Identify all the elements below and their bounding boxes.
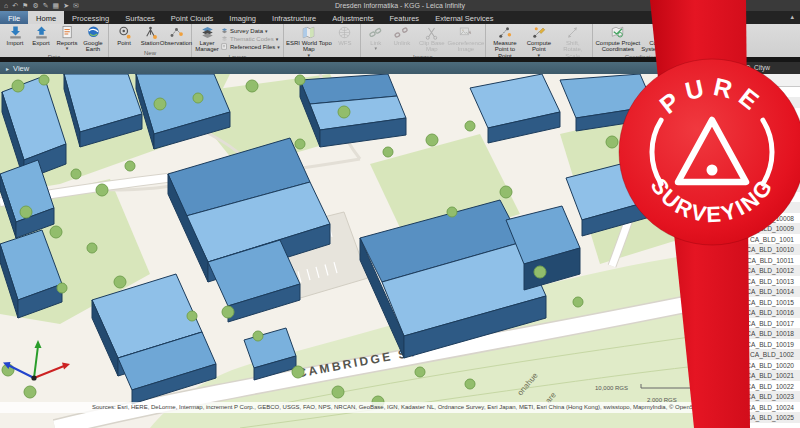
table-row[interactable]: 2013 CA_BLD_10016 bbox=[698, 308, 800, 319]
group-label-new: New bbox=[111, 49, 189, 57]
panel-filter-bar: ⇅ ▼ ▾ bbox=[698, 74, 800, 87]
table-row[interactable]: 2013 CA_BLD_10023 bbox=[698, 392, 800, 403]
link-icon bbox=[368, 25, 383, 40]
tab-features[interactable]: Features bbox=[382, 11, 428, 24]
settings-icon[interactable]: ⚙ bbox=[32, 2, 38, 9]
table-row[interactable]: 2013 CA_BLD_1001 bbox=[698, 234, 800, 245]
cell-building-id: CA_BLD_10008 bbox=[732, 215, 800, 222]
filter-funnel-icon[interactable]: ▼ bbox=[734, 77, 741, 84]
new-observation-button[interactable]: Observation bbox=[163, 25, 189, 46]
compute-project-coordinates-button[interactable]: Compute Project Coordinates bbox=[595, 25, 641, 53]
table-rows: 2013 CA_BLD_10008 2013 CA_BLD_10009 2013… bbox=[698, 213, 800, 423]
cell-year: 2013 bbox=[698, 267, 732, 274]
group-cogo: Measure Point to Point Compute Point ▾ S… bbox=[486, 24, 593, 57]
ribbon: Import Export Reports ▾ Google Earth Dat… bbox=[0, 24, 800, 57]
google-earth-label: Google Earth bbox=[80, 40, 106, 53]
cell-year: 2013 bbox=[698, 320, 732, 327]
new-point-button[interactable]: Point bbox=[111, 25, 137, 46]
table-row[interactable]: 2013 CA_BLD_10022 bbox=[698, 381, 800, 392]
undo-icon[interactable]: ↶ bbox=[12, 2, 18, 9]
google-earth-button[interactable]: Google Earth bbox=[80, 25, 106, 53]
table-row[interactable]: 2013 CA_BLD_10012 bbox=[698, 266, 800, 277]
mail-icon[interactable]: ✉ bbox=[73, 2, 79, 9]
cell-year: 2013 bbox=[698, 362, 732, 369]
cell-building-id: CA_BLD_10025 bbox=[732, 414, 800, 421]
tab-external-services[interactable]: External Services bbox=[427, 11, 501, 24]
cell-building-id: CA_BLD_10019 bbox=[732, 341, 800, 348]
compute-point-icon bbox=[531, 25, 546, 40]
georeference-image-icon bbox=[458, 25, 473, 40]
table-row[interactable]: 2013 CA_BLD_10010 bbox=[698, 245, 800, 256]
grid-icon[interactable]: ▦ bbox=[53, 2, 60, 9]
group-layers: Layer Manager Survey Data▾ Thematic Code… bbox=[192, 24, 284, 57]
cell-building-id: CA_BLD_10022 bbox=[732, 383, 800, 390]
collapse-ribbon-icon[interactable]: ▴ bbox=[790, 13, 794, 21]
tab-surfaces[interactable]: Surfaces bbox=[117, 11, 163, 24]
flag-icon[interactable]: ⚑ bbox=[22, 2, 28, 9]
survey-data-dropdown[interactable]: Survey Data▾ bbox=[221, 27, 280, 34]
coordinate-system-manager-button[interactable]: Coordinate System Manager bbox=[641, 25, 687, 53]
esri-world-topo-map-button[interactable]: ESRI World Topo Map ▾ bbox=[286, 25, 332, 57]
tab-home[interactable]: Home bbox=[28, 11, 64, 24]
table-row[interactable]: 2013 CA_BLD_10015 bbox=[698, 297, 800, 308]
import-button[interactable]: Import bbox=[2, 25, 28, 46]
tab-imaging[interactable]: Imaging bbox=[221, 11, 264, 24]
tab-file[interactable]: File bbox=[0, 11, 28, 24]
table-row[interactable]: 2013 CA_BLD_10021 bbox=[698, 371, 800, 382]
leica-infinity-window: ⌂ ↶ ⚑ ⚙ ✎ ▦ ➤ ✉ Dresden Informatika - KG… bbox=[0, 0, 800, 428]
station-label: Station bbox=[141, 40, 160, 46]
cell-building-id: CA_BLD_10018 bbox=[732, 330, 800, 337]
attribute-table[interactable]: 2013 CA_BLD_10008 2013 CA_BLD_10009 2013… bbox=[698, 87, 800, 428]
tab-infrastructure[interactable]: Infrastructure bbox=[264, 11, 324, 24]
table-row[interactable]: 2013 CA_BLD_10014 bbox=[698, 287, 800, 298]
unlink-label: Unlink bbox=[394, 40, 411, 46]
tab-point-clouds[interactable]: Point Clouds bbox=[163, 11, 222, 24]
thematic-codes-label: Thematic Codes bbox=[230, 36, 274, 42]
measure-point-to-point-button[interactable]: Measure Point to Point bbox=[488, 25, 522, 57]
coordinate-system-manager-icon bbox=[656, 25, 671, 40]
table-row[interactable]: 2013 CA_BLD_10025 bbox=[698, 413, 800, 424]
chevron-down-icon: ▾ bbox=[265, 29, 268, 33]
edit-icon[interactable]: ✎ bbox=[43, 2, 49, 9]
map-attribution: Sources: Esri, HERE, DeLorme, Intermap, … bbox=[0, 402, 697, 413]
tab-processing[interactable]: Processing bbox=[64, 11, 117, 24]
axis-gizmo[interactable] bbox=[3, 340, 70, 381]
table-row[interactable]: 2013 CA_BLD_10019 bbox=[698, 339, 800, 350]
chevron-down-icon: ▾ bbox=[375, 46, 378, 50]
table-row[interactable]: 2013 CA_BLD_1002 bbox=[698, 350, 800, 361]
home-icon[interactable]: ⌂ bbox=[4, 2, 8, 9]
sort-icon[interactable]: ⇅ bbox=[724, 77, 730, 84]
map-canvas[interactable]: CAMBRIDGE ST onahue are bbox=[0, 74, 697, 428]
layer-manager-button[interactable]: Layer Manager bbox=[194, 25, 220, 53]
group-map-services: ESRI World Topo Map ▾ WFS Map Services bbox=[284, 24, 361, 57]
tab-adjustments[interactable]: Adjustments bbox=[324, 11, 381, 24]
view-header[interactable]: ▸ View bbox=[0, 62, 697, 74]
table-row[interactable]: 2013 CA_BLD_10013 bbox=[698, 276, 800, 287]
table-row[interactable]: 2013 CA_BLD_10011 bbox=[698, 255, 800, 266]
table-row[interactable]: 2013 CA_BLD_10018 bbox=[698, 329, 800, 340]
table-row[interactable]: 2013 CA_BLD_10009 bbox=[698, 224, 800, 235]
compute-point-button[interactable]: Compute Point ▾ bbox=[522, 25, 556, 57]
cell-building-id: CA_BLD_10021 bbox=[732, 372, 800, 379]
cell-building-id: CA_BLD_10023 bbox=[732, 393, 800, 400]
cell-year: 2013 bbox=[698, 236, 732, 243]
export-button[interactable]: Export bbox=[28, 25, 54, 46]
view-expander-icon[interactable]: ▸ bbox=[6, 65, 9, 72]
table-row[interactable]: 2013 CA_BLD_10024 bbox=[698, 402, 800, 413]
send-icon[interactable]: ➤ bbox=[63, 2, 69, 9]
georeference-image-label: Georeference Image bbox=[448, 40, 485, 53]
table-row[interactable]: 2013 CA_BLD_10020 bbox=[698, 360, 800, 371]
table-row[interactable]: 2013 CA_BLD_10008 bbox=[698, 213, 800, 224]
panel-tab[interactable]: AMB3D_Cityw bbox=[698, 62, 800, 74]
options-icon[interactable]: ▾ bbox=[745, 77, 749, 84]
referenced-files-dropdown[interactable]: Referenced Files▾ bbox=[221, 43, 280, 50]
cell-year: 2013 bbox=[698, 215, 732, 222]
reports-button[interactable]: Reports ▾ bbox=[54, 25, 80, 50]
window-title: Dresden Informatika - KGG - Leica Infini… bbox=[0, 2, 800, 9]
table-row[interactable]: 2013 CA_BLD_10017 bbox=[698, 318, 800, 329]
observation-label: Observation bbox=[160, 40, 192, 46]
shift-rotate-scale-icon bbox=[565, 25, 580, 40]
cell-building-id: CA_BLD_10011 bbox=[732, 257, 800, 264]
group-label-coordinates: Coordinates bbox=[595, 53, 687, 57]
cell-year: 2013 bbox=[698, 341, 732, 348]
